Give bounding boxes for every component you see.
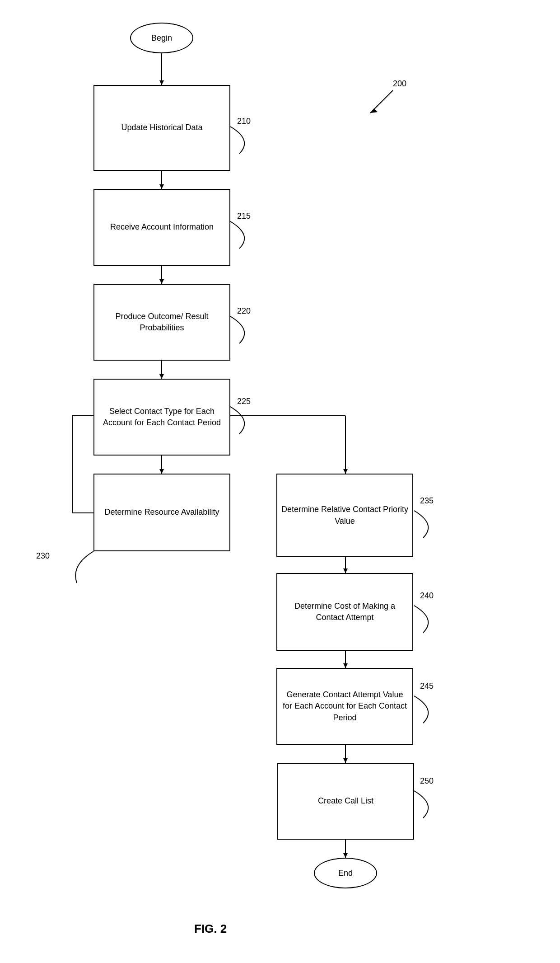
create-call-box: Create Call List	[277, 763, 414, 840]
label-215: 215	[237, 211, 251, 221]
figure-label: FIG. 2	[194, 922, 227, 936]
svg-marker-3	[159, 184, 164, 189]
determine-cost-box: Determine Cost of Making a Contact Attem…	[276, 573, 413, 651]
flowchart-diagram: Begin Update Historical Data Receive Acc…	[0, 0, 560, 963]
svg-marker-7	[159, 374, 164, 379]
update-historical-box: Update Historical Data	[93, 85, 230, 171]
select-contact-label: Select Contact Type for Each Account for…	[98, 406, 226, 428]
produce-outcome-box: Produce Outcome/ Result Probabilities	[93, 284, 230, 361]
svg-marker-12	[343, 469, 348, 474]
generate-contact-box: Generate Contact Attempt Value for Each …	[276, 668, 413, 745]
label-220: 220	[237, 306, 251, 316]
label-200: 200	[393, 79, 406, 89]
label-250: 250	[420, 776, 434, 786]
create-call-label: Create Call List	[318, 795, 373, 807]
svg-line-25	[370, 90, 393, 113]
end-label: End	[338, 869, 353, 878]
update-historical-label: Update Historical Data	[121, 122, 202, 133]
produce-outcome-label: Produce Outcome/ Result Probabilities	[98, 311, 226, 334]
end-node: End	[314, 858, 377, 888]
begin-node: Begin	[130, 23, 193, 53]
svg-marker-20	[343, 663, 348, 668]
determine-resource-box: Determine Resource Availability	[93, 474, 230, 551]
svg-marker-24	[343, 853, 348, 858]
label-210: 210	[237, 117, 251, 126]
label-230: 230	[36, 551, 50, 561]
receive-account-box: Receive Account Information	[93, 189, 230, 266]
label-235: 235	[420, 496, 434, 506]
select-contact-box: Select Contact Type for Each Account for…	[93, 379, 230, 456]
svg-marker-1	[159, 80, 164, 85]
svg-marker-5	[159, 279, 164, 284]
svg-marker-26	[370, 108, 378, 113]
label-225: 225	[237, 397, 251, 406]
determine-cost-label: Determine Cost of Making a Contact Attem…	[281, 601, 409, 623]
svg-marker-18	[343, 568, 348, 573]
label-245: 245	[420, 681, 434, 691]
label-240: 240	[420, 591, 434, 601]
receive-account-label: Receive Account Information	[110, 221, 214, 233]
determine-relative-label: Determine Relative Contact Priority Valu…	[281, 504, 409, 526]
generate-contact-label: Generate Contact Attempt Value for Each …	[281, 689, 409, 723]
svg-marker-9	[159, 469, 164, 474]
begin-label: Begin	[151, 33, 172, 43]
determine-relative-box: Determine Relative Contact Priority Valu…	[276, 474, 413, 557]
determine-resource-label: Determine Resource Availability	[105, 507, 219, 518]
svg-marker-22	[343, 758, 348, 763]
